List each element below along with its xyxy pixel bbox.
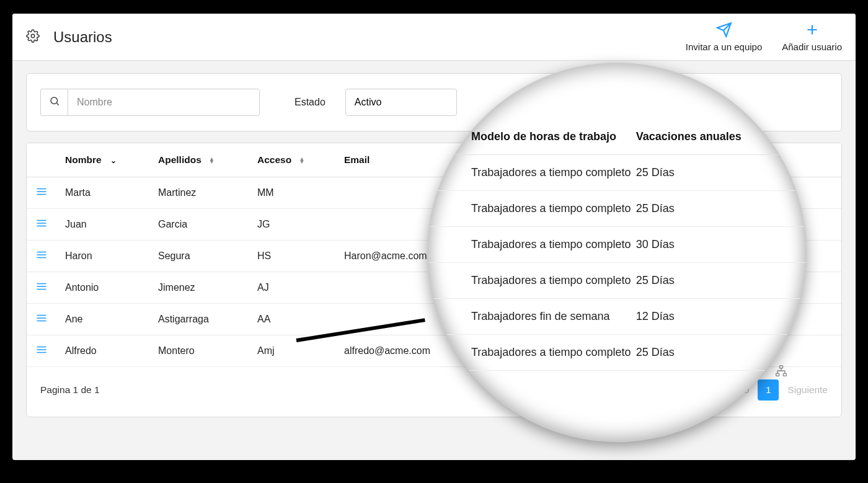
drag-handle[interactable] [27, 209, 56, 241]
add-user-label: Añadir usuario [782, 42, 842, 52]
mag-cell-model: Trabajadores a tiempo completo [471, 202, 636, 215]
mag-cell-vac: 25 Días [636, 346, 763, 359]
org-chart-icon[interactable] [775, 365, 787, 379]
magnifier-header: Modelo de horas de trabajo Vacaciones an… [428, 130, 806, 155]
drag-handle[interactable] [27, 335, 56, 367]
state-filter: Estado Activo [294, 89, 457, 116]
mag-cell-model: Trabajadores a tiempo completo [471, 238, 636, 251]
col-email-label: Email [344, 154, 370, 165]
magnifier-row: Trabajadores a tiempo completo25 Días [428, 263, 806, 299]
cell-acceso: AJ [249, 272, 335, 304]
invite-team-button[interactable]: Invitar a un equipo [686, 22, 762, 52]
magnifier-row: Trabajadores a tiempo completo25 Días [428, 191, 806, 227]
magnifier-row: Trabajadores a tiempo completo25 Días [428, 155, 806, 191]
cell-nombre: Haron [56, 241, 149, 272]
mag-cell-model: Trabajadores a tiempo completo [471, 274, 636, 287]
pager-current[interactable]: 1 [758, 379, 779, 401]
cell-nombre: Juan [56, 209, 149, 241]
pager-next[interactable]: Siguiente [787, 384, 828, 396]
col-apellidos-label: Apellidos [158, 154, 202, 165]
col-nombre-label: Nombre [65, 154, 102, 165]
magnifier-lens: Modelo de horas de trabajo Vacaciones an… [428, 63, 806, 441]
top-bar: Usuarios Invitar a un equipo Añadir usua… [12, 14, 856, 61]
plus-icon [804, 22, 820, 40]
cell-nombre: Antonio [56, 272, 149, 304]
page-title: Usuarios [53, 29, 112, 46]
magnifier-row: Trabajadores a tiempo completo25 Días [428, 335, 806, 371]
cell-apellidos: Jimenez [149, 272, 249, 304]
drag-handle[interactable] [27, 241, 56, 272]
cell-apellidos: Segura [149, 241, 249, 272]
state-select[interactable]: Activo [345, 89, 457, 116]
magnifier-row: Trabajadores fin de semana12 Días [428, 299, 806, 335]
mag-col-model: Modelo de horas de trabajo [471, 130, 636, 143]
top-actions: Invitar a un equipo Añadir usuario [686, 22, 842, 52]
invite-team-label: Invitar a un equipo [686, 42, 762, 52]
cell-acceso: AA [249, 304, 335, 335]
col-apellidos[interactable]: Apellidos ▲▼ [149, 143, 249, 177]
mag-cell-vac: 25 Días [636, 274, 763, 287]
mag-col-vac: Vacaciones anuales [636, 130, 763, 143]
drag-handle[interactable] [27, 177, 56, 209]
sort-icon: ▲▼ [209, 157, 215, 164]
col-nombre[interactable]: Nombre ⌄ [56, 143, 149, 177]
app-frame: Usuarios Invitar a un equipo Añadir usua… [12, 14, 856, 460]
title-area: Usuarios [26, 29, 112, 46]
cell-nombre: Marta [56, 177, 149, 209]
drag-handle[interactable] [27, 272, 56, 304]
state-label: Estado [294, 97, 326, 108]
cell-nombre: Ane [56, 304, 149, 335]
cell-apellidos: Garcia [149, 209, 249, 241]
search-wrap [40, 89, 260, 116]
mag-cell-model: Trabajadores fin de semana [471, 310, 636, 323]
svg-rect-4 [783, 373, 786, 376]
gear-icon[interactable] [26, 29, 40, 45]
search-input[interactable] [68, 89, 260, 116]
cell-acceso: Amj [249, 335, 335, 367]
col-acceso-label: Acceso [257, 154, 291, 165]
cell-nombre: Alfredo [56, 335, 149, 367]
svg-point-0 [31, 34, 35, 38]
cell-apellidos: Martinez [149, 177, 249, 209]
state-select-value: Activo [355, 97, 382, 108]
svg-rect-2 [780, 366, 783, 368]
drag-handle[interactable] [27, 304, 56, 335]
cell-acceso: JG [249, 209, 335, 241]
mag-cell-vac: 25 Días [636, 166, 763, 179]
mag-cell-vac: 25 Días [636, 202, 763, 215]
svg-point-1 [51, 97, 58, 104]
search-icon [49, 95, 60, 109]
mag-cell-model: Trabajadores a tiempo completo [471, 346, 636, 359]
search-button[interactable] [40, 89, 68, 116]
mag-cell-vac: 30 Días [636, 238, 763, 251]
cell-apellidos: Astigarraga [149, 304, 249, 335]
cell-apellidos: Montero [149, 335, 249, 367]
add-user-button[interactable]: Añadir usuario [782, 22, 842, 52]
magnifier-row: Trabajadores a tiempo completo30 Días [428, 227, 806, 263]
col-handle [27, 143, 56, 177]
page-info: Pagina 1 de 1 [40, 384, 100, 396]
mag-cell-vac: 12 Días [636, 310, 763, 323]
sort-icon: ▲▼ [299, 157, 304, 164]
svg-rect-3 [776, 373, 779, 376]
cell-acceso: HS [249, 241, 335, 272]
chevron-down-icon: ⌄ [110, 156, 117, 165]
cell-acceso: MM [249, 177, 335, 209]
paper-plane-icon [716, 22, 732, 40]
mag-cell-model: Trabajadores a tiempo completo [471, 166, 636, 179]
col-acceso[interactable]: Acceso ▲▼ [249, 143, 335, 177]
